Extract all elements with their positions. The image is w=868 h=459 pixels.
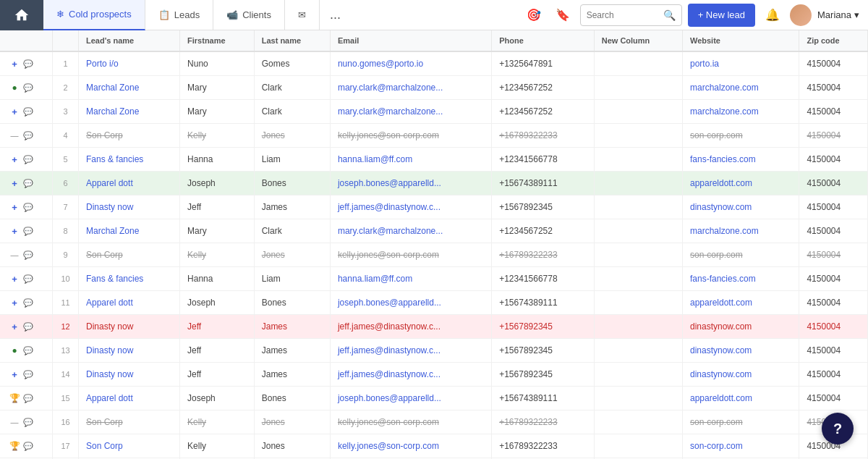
- row-lead-name[interactable]: Marchal Zone: [79, 219, 180, 243]
- row-add-icon[interactable]: —: [9, 416, 20, 428]
- row-email[interactable]: joseph.bones@apparelld...: [330, 387, 491, 410]
- row-chat-icon[interactable]: 💬: [22, 153, 34, 165]
- row-add-icon[interactable]: +: [9, 153, 20, 165]
- row-add-icon[interactable]: +: [9, 369, 20, 380]
- row-add-icon[interactable]: —: [9, 130, 20, 141]
- row-lead-name[interactable]: Son Corp: [79, 434, 180, 458]
- row-chat-icon[interactable]: 💬: [22, 392, 34, 404]
- row-add-icon[interactable]: +: [9, 106, 20, 117]
- row-email[interactable]: hanna.liam@ff.com: [330, 148, 491, 172]
- row-lead-name[interactable]: Dinasty now: [79, 339, 180, 363]
- row-website[interactable]: son-corp.com: [682, 434, 799, 458]
- row-lead-name[interactable]: Son Corp: [79, 243, 180, 267]
- row-add-icon[interactable]: 🏆: [9, 440, 20, 452]
- row-website[interactable]: son-corp.com: [682, 243, 799, 267]
- user-name[interactable]: Mariana ▾: [817, 9, 859, 20]
- row-lead-name[interactable]: Son Corp: [79, 124, 180, 148]
- row-website[interactable]: fans-fancies.com: [682, 267, 799, 291]
- row-chat-icon[interactable]: 💬: [22, 273, 34, 285]
- target-icon-button[interactable]: 🎯: [522, 4, 545, 27]
- table-row: — 💬 9 Son Corp Kelly Jones kelly.jones@s…: [0, 243, 868, 267]
- row-email[interactable]: jeff.james@dinastynow.c...: [330, 339, 491, 363]
- row-email[interactable]: nuno.gomes@porto.io: [330, 51, 491, 76]
- row-chat-icon[interactable]: 💬: [22, 177, 34, 189]
- row-email[interactable]: jeff.james@dinastynow.c...: [330, 195, 491, 219]
- tab-email[interactable]: ✉: [285, 0, 320, 30]
- row-website[interactable]: son-corp.com: [682, 410, 799, 434]
- row-website[interactable]: dinastynow.com: [682, 315, 799, 339]
- row-email[interactable]: hanna.liam@ff.com: [330, 267, 491, 291]
- row-website[interactable]: appareldott.com: [682, 387, 799, 410]
- row-chat-icon[interactable]: 💬: [22, 321, 34, 332]
- row-lead-name[interactable]: Dinasty now: [79, 363, 180, 387]
- row-website[interactable]: fans-fancies.com: [682, 148, 799, 172]
- row-add-icon[interactable]: +: [9, 273, 20, 285]
- row-lead-name[interactable]: Fans & fancies: [79, 267, 180, 291]
- row-website[interactable]: marchalzone.com: [682, 76, 799, 100]
- row-chat-icon[interactable]: 💬: [22, 58, 34, 70]
- row-email[interactable]: kelly.jones@son-corp.com: [330, 124, 491, 148]
- tab-clients[interactable]: 📹 Clients: [213, 0, 285, 30]
- notifications-button[interactable]: 🔔: [761, 4, 784, 27]
- help-button[interactable]: ?: [822, 413, 854, 445]
- row-chat-icon[interactable]: 💬: [22, 82, 34, 93]
- row-email[interactable]: jeff.james@dinastynow.c...: [330, 363, 491, 387]
- row-add-icon[interactable]: +: [9, 201, 20, 213]
- row-chat-icon[interactable]: 💬: [22, 345, 34, 356]
- row-website[interactable]: marchalzone.com: [682, 219, 799, 243]
- row-email[interactable]: jeff.james@dinastynow.c...: [330, 315, 491, 339]
- home-button[interactable]: [0, 0, 43, 30]
- row-chat-icon[interactable]: 💬: [22, 225, 34, 237]
- more-tabs-button[interactable]: ...: [320, 0, 351, 30]
- row-email[interactable]: joseph.bones@apparelld...: [330, 291, 491, 315]
- row-email[interactable]: kelly.jones@son-corp.com: [330, 434, 491, 458]
- row-lead-name[interactable]: Apparel dott: [79, 291, 180, 315]
- bookmark-icon-button[interactable]: 🔖: [551, 4, 574, 27]
- row-chat-icon[interactable]: 💬: [22, 416, 34, 428]
- row-website[interactable]: appareldott.com: [682, 291, 799, 315]
- row-chat-icon[interactable]: 💬: [22, 369, 34, 380]
- row-website[interactable]: son-corp.com: [682, 124, 799, 148]
- row-email[interactable]: mary.clark@marchalzone...: [330, 76, 491, 100]
- row-add-icon[interactable]: +: [9, 321, 20, 332]
- row-lead-name[interactable]: Marchal Zone: [79, 76, 180, 100]
- row-email[interactable]: mary.clark@marchalzone...: [330, 219, 491, 243]
- row-add-icon[interactable]: +: [9, 177, 20, 189]
- row-lead-name[interactable]: Marchal Zone: [79, 100, 180, 124]
- row-chat-icon[interactable]: 💬: [22, 297, 34, 308]
- row-email[interactable]: kelly.jones@son-corp.com: [330, 410, 491, 434]
- new-lead-button[interactable]: + New lead: [688, 4, 755, 27]
- row-chat-icon[interactable]: 💬: [22, 249, 34, 261]
- row-website[interactable]: appareldott.com: [682, 172, 799, 195]
- row-add-icon[interactable]: ●: [9, 82, 20, 93]
- row-add-icon[interactable]: —: [9, 249, 20, 261]
- row-email[interactable]: mary.clark@marchalzone...: [330, 100, 491, 124]
- row-website[interactable]: dinastynow.com: [682, 363, 799, 387]
- tab-cold-prospects[interactable]: ❄ Cold prospects: [43, 0, 145, 30]
- row-lead-name[interactable]: Porto i/o: [79, 51, 180, 76]
- row-email[interactable]: joseph.bones@apparelld...: [330, 172, 491, 195]
- row-website[interactable]: dinastynow.com: [682, 195, 799, 219]
- row-lead-name[interactable]: Son Corp: [79, 410, 180, 434]
- row-chat-icon[interactable]: 💬: [22, 130, 34, 141]
- row-lastname: Clark: [254, 100, 330, 124]
- row-website[interactable]: marchalzone.com: [682, 100, 799, 124]
- row-lead-name[interactable]: Dinasty now: [79, 195, 180, 219]
- row-add-icon[interactable]: +: [9, 58, 20, 70]
- row-email[interactable]: kelly.jones@son-corp.com: [330, 243, 491, 267]
- row-add-icon[interactable]: +: [9, 225, 20, 237]
- row-chat-icon[interactable]: 💬: [22, 440, 34, 452]
- row-lead-name[interactable]: Fans & fancies: [79, 148, 180, 172]
- row-website[interactable]: dinastynow.com: [682, 339, 799, 363]
- row-website[interactable]: porto.ia: [682, 51, 799, 76]
- row-add-icon[interactable]: +: [9, 297, 20, 308]
- search-input[interactable]: [587, 10, 659, 20]
- row-add-icon[interactable]: ●: [9, 345, 20, 356]
- tab-leads[interactable]: 📋 Leads: [145, 0, 213, 30]
- row-add-icon[interactable]: 🏆: [9, 392, 20, 404]
- row-chat-icon[interactable]: 💬: [22, 106, 34, 117]
- row-chat-icon[interactable]: 💬: [22, 201, 34, 213]
- row-lead-name[interactable]: Apparel dott: [79, 172, 180, 195]
- row-lead-name[interactable]: Dinasty now: [79, 315, 180, 339]
- row-lead-name[interactable]: Apparel dott: [79, 387, 180, 410]
